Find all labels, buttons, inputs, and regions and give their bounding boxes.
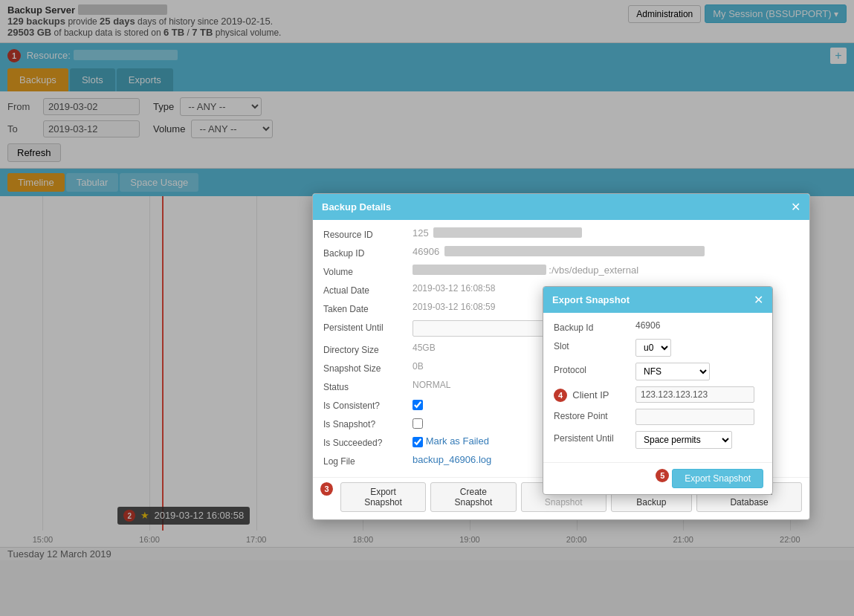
exp-protocol-row: Protocol NFS CIFS iSCSI (554, 363, 762, 380)
exp-backup-id-label: Backup Id (554, 320, 635, 333)
resource-id-value: 125 (413, 227, 799, 239)
badge-3: 3 (320, 482, 333, 496)
exp-client-ip-label: 4 Client IP (554, 386, 635, 402)
taken-date-label: Taken Date (323, 302, 413, 314)
exp-persistent-until-row: Persistent Until Space permits Forever C… (554, 431, 762, 449)
directory-size-label: Directory Size (323, 343, 413, 355)
create-snapshot-button[interactable]: Create Snapshot (430, 482, 517, 512)
exp-protocol-select[interactable]: NFS CIFS iSCSI (635, 363, 710, 380)
exp-persistent-until-label: Persistent Until (554, 431, 635, 444)
exp-restore-point-row: Restore Point (554, 409, 762, 425)
export-snapshot-body: Backup Id 46906 Slot u0 u1 u2 Protocol N… (543, 313, 772, 462)
export-snapshot-submit-button[interactable]: Export Snapshot (672, 469, 763, 488)
volume-blurred (413, 265, 546, 275)
is-succeeded-checkbox[interactable] (413, 437, 423, 447)
exp-client-ip-row: 4 Client IP (554, 386, 762, 403)
exp-restore-point-label: Restore Point (554, 409, 635, 421)
volume-path: :/vbs/dedup_external (549, 265, 638, 276)
badge-5: 5 (656, 469, 669, 482)
persistent-until-input[interactable] (413, 320, 561, 337)
actual-date-label: Actual Date (323, 283, 413, 296)
exp-client-ip-input[interactable] (635, 386, 754, 403)
exp-slot-select[interactable]: u0 u1 u2 (635, 339, 671, 357)
export-snapshot-modal: Export Snapshot ✕ Backup Id 46906 Slot u… (543, 286, 773, 495)
export-snapshot-footer: 5 Export Snapshot (543, 462, 772, 494)
is-consistent-checkbox[interactable] (413, 400, 423, 410)
exp-backup-id-row: Backup Id 46906 (554, 320, 762, 333)
log-file-label: Log File (323, 454, 413, 467)
exp-slot-label: Slot (554, 339, 635, 351)
is-snapshot-label: Is Snapshot? (323, 417, 413, 429)
exp-restore-point-input[interactable] (635, 409, 754, 425)
backup-details-title: Backup Details (322, 201, 391, 213)
backup-id-value: 46906 (413, 246, 799, 257)
mark-as-failed-link[interactable]: Mark as Failed (426, 435, 489, 447)
backup-id-number: 46906 (413, 246, 439, 257)
export-snapshot-button[interactable]: Export Snapshot (340, 482, 426, 512)
resource-id-label: Resource ID (323, 227, 413, 240)
badge-4: 4 (554, 389, 567, 402)
backup-id-row: Backup ID 46906 (323, 246, 799, 259)
exp-protocol-label: Protocol (554, 363, 635, 375)
exp-persistent-until-select[interactable]: Space permits Forever Custom (635, 431, 732, 449)
resource-id-number: 125 (413, 227, 429, 239)
status-label: Status (323, 380, 413, 392)
exp-slot-row: Slot u0 u1 u2 (554, 339, 762, 357)
snapshot-size-label: Snapshot Size (323, 361, 413, 374)
is-succeeded-label: Is Succeeded? (323, 435, 413, 448)
export-snapshot-close-button[interactable]: ✕ (754, 293, 763, 307)
backup-details-header: Backup Details ✕ (313, 194, 809, 220)
backup-details-close-button[interactable]: ✕ (791, 200, 800, 214)
volume-label-field: Volume (323, 265, 413, 277)
volume-value: :/vbs/dedup_external (413, 265, 799, 276)
backup-id-label: Backup ID (323, 246, 413, 259)
is-snapshot-checkbox[interactable] (413, 418, 423, 429)
backup-id-blurred (444, 246, 705, 256)
modal-overlay[interactable]: Backup Details ✕ Resource ID 125 Backup … (0, 0, 854, 616)
export-snapshot-title: Export Snapshot (552, 294, 630, 305)
log-file-link[interactable]: backup_46906.log (413, 454, 491, 465)
resource-id-blurred (433, 227, 582, 238)
resource-id-row: Resource ID 125 (323, 227, 799, 240)
export-snapshot-header: Export Snapshot ✕ (543, 287, 772, 313)
exp-backup-id-value: 46906 (635, 320, 762, 331)
is-consistent-label: Is Consistent? (323, 398, 413, 411)
persistent-until-label: Persistent Until (323, 320, 413, 333)
volume-row: Volume :/vbs/dedup_external (323, 265, 799, 277)
